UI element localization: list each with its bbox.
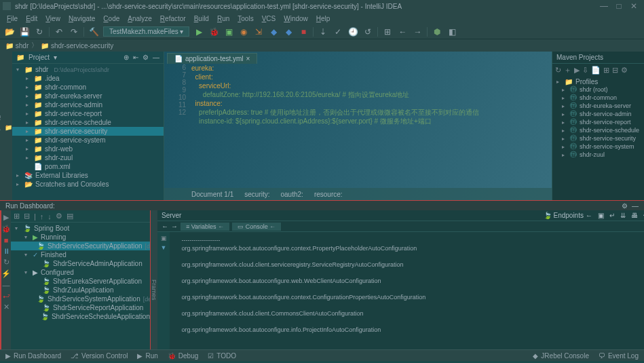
rd-tree-item[interactable]: 🍃ShdrZuulApplication xyxy=(11,286,150,294)
sub-left-icon[interactable]: ← xyxy=(162,223,168,230)
rd-gear-icon[interactable]: ⚙ xyxy=(622,202,628,210)
rd-tree-item[interactable]: 🍃ShdrServiceSecurityApplication [devtool… xyxy=(11,242,150,250)
stop-icon[interactable]: ■ xyxy=(298,26,309,37)
console-print-icon[interactable]: 🖶 xyxy=(631,212,638,219)
menu-code[interactable]: Code xyxy=(100,15,122,22)
jrebel-panel-icon[interactable]: ⬢ xyxy=(432,26,442,37)
frames-label[interactable]: Frames xyxy=(151,210,157,349)
rd-pause-icon[interactable]: ⏸ xyxy=(3,247,10,255)
menu-file[interactable]: File xyxy=(4,15,20,22)
maven-download-icon[interactable]: ⇩ xyxy=(582,66,588,75)
cg-filter-icon[interactable]: ▼ xyxy=(161,244,167,251)
profile-icon[interactable]: ◉ xyxy=(238,26,249,37)
status-run-dashboard[interactable]: ▶Run Dashboard xyxy=(5,352,61,360)
rd-tree-filter-icon[interactable]: ▤ xyxy=(67,212,73,221)
maven-item[interactable]: ▸ⓜshdr-common xyxy=(552,94,644,102)
rd-up-icon[interactable]: ↑ xyxy=(40,212,44,221)
maximize-button[interactable]: □ xyxy=(611,1,626,11)
console-wrap-icon[interactable]: ↵ xyxy=(609,212,615,219)
editor-breadcrumb-item[interactable]: security: xyxy=(244,191,269,198)
minimize-button[interactable]: — xyxy=(596,1,611,11)
status-run[interactable]: ▶Run xyxy=(137,352,157,360)
status-event-log[interactable]: 🗩Event Log xyxy=(599,352,639,360)
project-gear-icon[interactable]: ⚙ xyxy=(143,54,149,61)
rd-stop-icon[interactable]: ■ xyxy=(4,236,9,244)
breadcrumb-module[interactable]: 📁 shdr-service-security xyxy=(41,42,113,50)
maven-item[interactable]: ▸ⓜshdr-service-system xyxy=(552,142,644,151)
menu-navigate[interactable]: Navigate xyxy=(66,15,98,22)
menu-window[interactable]: Window xyxy=(281,15,311,22)
tree-item[interactable]: ▸📚External Libraries xyxy=(12,171,164,180)
rd-tree-item[interactable]: 🍃ShdrServiceReportApplication xyxy=(11,303,150,312)
rd-debug-icon[interactable]: 🐞 xyxy=(1,225,11,233)
extra-icon[interactable]: ◧ xyxy=(447,26,457,37)
rd-filter-icon[interactable]: ⚡ xyxy=(1,269,11,278)
rd-collapse-icon[interactable]: ⊟ xyxy=(24,212,30,221)
rd-tree-item[interactable]: 🍃ShdrServiceAdminApplication xyxy=(11,259,150,268)
rd-run-icon[interactable]: ▶ xyxy=(3,213,9,222)
back-icon[interactable]: ← xyxy=(397,26,408,37)
tree-item[interactable]: ▸📁shdr-eureka-server xyxy=(12,92,164,100)
rd-close-icon[interactable]: ✕ xyxy=(3,303,10,311)
status-debug[interactable]: 🐞Debug xyxy=(168,352,198,360)
attach-icon[interactable]: ⇲ xyxy=(253,26,264,37)
tree-item[interactable]: ▸📁shdr-common xyxy=(12,83,164,92)
rd-restart-icon[interactable]: ↻ xyxy=(3,258,10,267)
menu-run[interactable]: Run xyxy=(214,15,232,22)
vcs-history-icon[interactable]: 🕘 xyxy=(347,26,358,37)
project-settings-icon[interactable]: ⊕ xyxy=(124,54,129,61)
forward-icon[interactable]: → xyxy=(412,26,423,37)
rd-hide-icon[interactable]: — xyxy=(632,202,639,210)
project-collapse-icon[interactable]: ⇤ xyxy=(133,54,138,61)
maven-doc-icon[interactable]: 📄 xyxy=(591,66,601,75)
tree-item[interactable]: ▸📁shdr-zuul xyxy=(12,153,164,162)
coverage-icon[interactable]: ▣ xyxy=(223,26,234,37)
server-tab[interactable]: Server xyxy=(162,212,181,219)
maven-item[interactable]: ▸ⓜshdr-service-report xyxy=(552,118,644,126)
console-tab[interactable]: ▭ Console ← xyxy=(232,223,281,231)
maven-profiles[interactable]: ▸📁Profiles xyxy=(552,77,644,85)
breadcrumb-root[interactable]: 📁 shdr xyxy=(5,42,29,50)
tree-item[interactable]: ▸📁shdr-service-schedule xyxy=(12,118,164,127)
save-icon[interactable]: 💾 xyxy=(19,26,30,37)
maven-settings-icon[interactable]: ⚙ xyxy=(621,66,628,75)
close-button[interactable]: ✕ xyxy=(626,1,641,11)
vcs-update-icon[interactable]: ⇣ xyxy=(318,26,328,37)
console-scroll-icon[interactable]: ⇊ xyxy=(620,212,626,219)
rd-down-icon[interactable]: ↓ xyxy=(48,212,52,221)
status-jrebel-console[interactable]: ◆JRebel Console xyxy=(533,352,589,360)
maven-refresh-icon[interactable]: ↻ xyxy=(555,66,561,75)
maven-run-icon[interactable]: ▶ xyxy=(574,66,580,75)
structure-icon[interactable]: ⊞ xyxy=(382,26,393,37)
rd-exit-icon[interactable]: ⮐ xyxy=(3,292,10,300)
maven-plus-icon[interactable]: ＋ xyxy=(564,65,571,75)
rd-tree-item[interactable]: 🍃ShdrServiceScheduleApplication xyxy=(11,312,150,321)
tree-item[interactable]: ▸📁shdr-service-report xyxy=(12,109,164,118)
cg-select-icon[interactable]: ▣ xyxy=(161,235,167,242)
undo-icon[interactable]: ↶ xyxy=(54,26,64,37)
maven-item[interactable]: ▸ⓜshdr-service-admin xyxy=(552,110,644,118)
editor-breadcrumb-item[interactable]: Document 1/1 xyxy=(191,191,233,198)
maven-item[interactable]: ▸ⓜshdr-eureka-server xyxy=(552,102,644,110)
menu-help[interactable]: Help xyxy=(314,15,333,22)
tree-item[interactable]: ▸📁shdr-service-security xyxy=(12,127,164,136)
project-hide-icon[interactable]: — xyxy=(153,54,159,61)
status-version-control[interactable]: ⎇Version Control xyxy=(71,352,128,360)
run-icon[interactable]: ▶ xyxy=(193,26,204,37)
rd-tree-gear-icon[interactable]: ⚙ xyxy=(56,212,62,221)
status-todo[interactable]: ☑TODO xyxy=(208,352,236,360)
rd-tree-item[interactable]: ▾🍃Spring Boot xyxy=(11,224,150,233)
menu-refactor[interactable]: Refactor xyxy=(157,15,189,22)
console-toggle-icon[interactable]: ▣ xyxy=(598,212,604,219)
maven-item[interactable]: ▸ⓜshdr-service-security xyxy=(552,134,644,142)
tree-item[interactable]: ▸📁shdr-web xyxy=(12,145,164,153)
menu-edit[interactable]: Edit xyxy=(23,15,40,22)
tree-item[interactable]: ▸📁.idea xyxy=(12,74,164,83)
maven-item[interactable]: ▸ⓜshdr-service-schedule xyxy=(552,126,644,134)
tree-root[interactable]: ▾📁 shdr D:\IdeaProjects\shdr xyxy=(12,65,164,74)
maven-expand-icon[interactable]: ⊞ xyxy=(603,66,609,75)
vcs-commit-icon[interactable]: ✓ xyxy=(333,26,343,37)
rd-tree-item[interactable]: ▾✓Finished xyxy=(11,250,150,259)
run-config-select[interactable]: TestMakezh.makeFiles ▾ xyxy=(103,26,189,37)
project-tool-tab[interactable]: 📁 xyxy=(5,124,12,131)
